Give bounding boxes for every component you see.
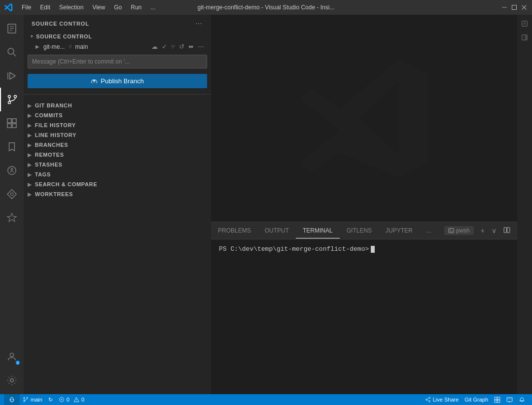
more-menu[interactable]: ... [146,2,159,12]
vscode-watermark [290,44,438,192]
chevron-right-icon: ▶ [28,162,32,168]
gl-section-header-search-compare[interactable]: ▶ SEARCH & COMPARE [24,179,211,189]
prompt-text: PS C:\dev\temp\git-merge-conflict-demo> [219,245,369,253]
gl-section-remotes: ▶ REMOTES [24,150,211,160]
svg-point-45 [76,401,77,402]
cloud-upload-icon [91,78,98,85]
file-menu[interactable]: File [18,2,35,12]
chevron-right-icon: ▶ [28,123,32,128]
sidebar-header-actions: ⋯ [194,19,203,29]
gl-section-label-remotes: REMOTES [35,152,64,158]
remote-indicator[interactable] [4,394,20,405]
warnings-count: 0 [81,397,84,403]
gl-section-header-git-branch[interactable]: ▶ GIT BRANCH [24,101,211,110]
source-control-header: SOURCE CONTROL ⋯ [24,15,211,31]
svg-rect-34 [525,35,527,40]
gl-section-label-branches: BRANCHES [35,142,69,148]
notifications-icon [519,397,525,403]
pwsh-selector[interactable]: pwsh [444,226,474,235]
remote-explorer-button[interactable] [503,397,516,403]
sidebar-item-github[interactable] [0,159,24,182]
sidebar-item-extensions[interactable] [0,111,24,135]
svg-point-48 [428,401,430,402]
svg-point-14 [14,96,17,98]
close-icon[interactable] [520,3,528,11]
git-graph-button[interactable]: Git Graph [461,397,491,403]
sidebar-item-run[interactable] [0,64,24,88]
window-title: git-merge-conflict-demo - Visual Studio … [198,4,335,11]
layout-button[interactable] [491,397,503,403]
chevron-right-icon: ▶ [28,172,32,177]
live-share-button[interactable]: Live Share [422,397,462,403]
git-branch-icon2[interactable]: ⑂ [170,42,176,51]
errors-indicator[interactable]: 0 0 [56,394,87,405]
publish-branch-button[interactable]: Publish Branch [28,74,207,88]
tab-gitlens[interactable]: GITLENS [340,223,379,238]
add-terminal-button[interactable]: + [479,226,487,236]
settings-icon[interactable] [0,369,24,392]
repo-name: git-me... [43,43,65,50]
gl-section-header-branches[interactable]: ▶ BRANCHES [24,140,211,150]
selection-menu[interactable]: Selection [55,2,87,12]
branch-indicator[interactable]: main [20,394,45,405]
gl-section-header-remotes[interactable]: ▶ REMOTES [24,150,211,160]
sync-status[interactable]: ↻ [45,394,56,405]
chevron-right-icon: ▶ [35,44,39,49]
chevron-right-icon: ▶ [28,142,32,148]
account-icon[interactable]: 1 [0,345,24,369]
svg-point-23 [10,353,13,357]
svg-rect-18 [7,124,11,128]
gl-section-tags: ▶ TAGS [24,169,211,179]
svg-point-20 [8,167,16,175]
gl-section-header-tags[interactable]: ▶ TAGS [24,169,211,179]
gl-section-worktrees: ▶ WORKTREES [24,189,211,199]
minimap-icon[interactable] [518,31,531,44]
run-menu[interactable]: Run [127,2,145,12]
chevron-down-icon: ∨ [492,227,497,235]
tab-more[interactable]: ... [420,223,438,238]
commit-message-input[interactable] [28,55,207,68]
terminal-more-button[interactable]: ∨ [490,226,498,236]
gl-section-header-worktrees[interactable]: ▶ WORKTREES [24,189,211,199]
tab-output[interactable]: OUTPUT [258,223,296,238]
editor-content[interactable] [211,15,517,222]
tab-problems[interactable]: PROBLEMS [211,223,258,238]
chevron-right-icon: ▶ [28,103,32,108]
notifications-button[interactable] [516,397,528,403]
gl-section-header-file-history[interactable]: ▶ FILE HISTORY [24,120,211,130]
edit-menu[interactable]: Edit [36,2,54,12]
tab-terminal[interactable]: TERMINAL [296,223,340,238]
sidebar-item-plugins[interactable] [0,206,24,230]
svg-line-49 [427,398,428,399]
split-terminal-button[interactable] [501,226,512,236]
more-actions-icon[interactable]: ⋯ [194,19,203,29]
live-share-label: Live Share [433,397,459,403]
sync-icon[interactable]: ⬌ [187,42,195,51]
cloud-icon[interactable]: ☁ [150,42,159,51]
view-menu[interactable]: View [88,2,109,12]
restore-icon[interactable] [510,3,518,11]
gl-section-header-commits[interactable]: ▶ COMMITS [24,110,211,120]
terminal-body[interactable]: PS C:\dev\temp\git-merge-conflict-demo> [211,239,517,394]
refresh-icon[interactable]: ↺ [178,42,185,51]
gl-section-header-line-history[interactable]: ▶ LINE HISTORY [24,130,211,140]
sidebar-item-search[interactable] [0,40,24,64]
gl-section-label-stashes: STASHES [35,162,63,168]
editor-area: PROBLEMS OUTPUT TERMINAL GITLENS JUPYTER… [211,15,517,394]
sidebar-item-source-control[interactable] [0,88,24,111]
outline-view-icon[interactable] [518,17,531,30]
svg-rect-54 [497,400,500,403]
svg-rect-16 [7,119,11,123]
more-icon[interactable]: ⋯ [197,42,205,51]
tab-jupyter[interactable]: JUPYTER [379,223,420,238]
sync-icon: ↻ [48,397,53,403]
gl-section-header-stashes[interactable]: ▶ STASHES [24,160,211,169]
repo-name-row: ▶ git-me... ⑂ main ☁ ✓ ⑂ ↺ ⬌ ⋯ [28,41,207,52]
check-icon[interactable]: ✓ [161,42,168,51]
minimize-icon[interactable] [500,3,508,11]
sidebar-item-explorer[interactable] [0,17,24,40]
go-menu[interactable]: Go [110,2,126,12]
sidebar-item-gitlens[interactable] [0,182,24,206]
gl-section-file-history: ▶ FILE HISTORY [24,120,211,130]
sidebar-item-bookmarks[interactable] [0,135,24,159]
